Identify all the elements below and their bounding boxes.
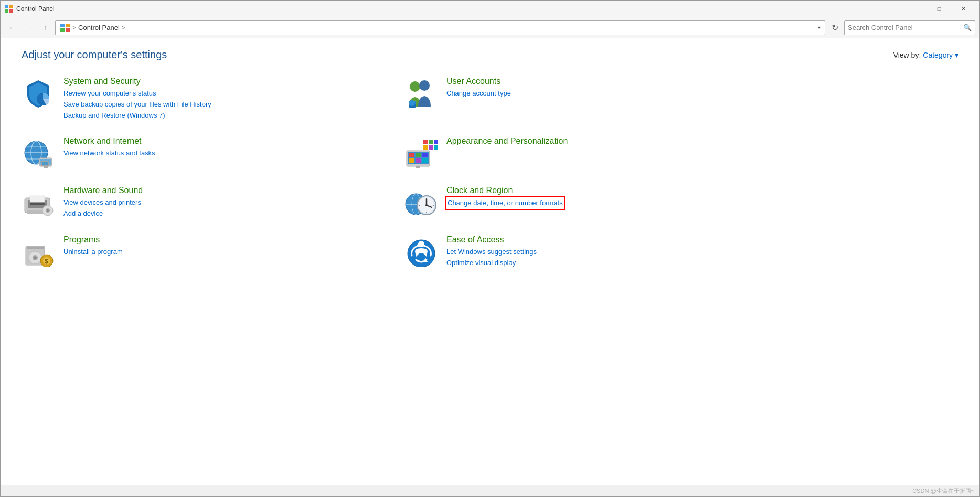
system-security-title[interactable]: System and Security — [63, 77, 373, 86]
address-dropdown-icon[interactable]: ▾ — [818, 25, 821, 30]
category-hardware-sound: Hardware and Sound View devices and prin… — [22, 186, 373, 219]
svg-rect-7 — [66, 28, 70, 32]
window-controls: − □ ✕ — [903, 1, 975, 17]
svg-rect-31 — [423, 140, 428, 144]
svg-rect-1 — [9, 5, 13, 8]
system-security-link-2[interactable]: Save backup copies of your files with Fi… — [63, 99, 373, 110]
appearance-title[interactable]: Appearance and Personalization — [446, 136, 756, 146]
category-programs: $ Programs Uninstall a program — [22, 235, 373, 269]
refresh-button[interactable]: ↻ — [827, 20, 842, 35]
svg-rect-36 — [434, 145, 438, 150]
network-internet-link-1[interactable]: View network status and tasks — [63, 148, 373, 159]
svg-rect-3 — [9, 9, 13, 13]
programs-icon: $ — [22, 235, 55, 269]
svg-point-9 — [410, 81, 420, 92]
main-content: Adjust your computer's settings View by:… — [1, 38, 979, 485]
ease-of-access-link-1[interactable]: Let Windows suggest settings — [446, 247, 756, 258]
system-security-link-3[interactable]: Backup and Restore (Windows 7) — [63, 110, 373, 121]
appearance-icon — [404, 136, 438, 170]
window-title: Control Panel — [16, 5, 903, 13]
system-security-icon — [22, 77, 55, 110]
forward-button[interactable]: → — [22, 20, 36, 35]
svg-text:$: $ — [45, 258, 48, 265]
programs-content: Programs Uninstall a program — [63, 235, 373, 258]
svg-point-61 — [34, 257, 37, 259]
network-internet-title[interactable]: Network and Internet — [63, 136, 373, 146]
programs-title[interactable]: Programs — [63, 235, 373, 245]
ease-of-access-title[interactable]: Ease of Access — [446, 235, 756, 245]
path-icon — [60, 24, 70, 32]
svg-rect-30 — [422, 158, 428, 163]
svg-point-52 — [425, 204, 428, 206]
search-input[interactable] — [848, 24, 963, 31]
category-appearance: Appearance and Personalization — [404, 136, 756, 170]
svg-point-10 — [419, 80, 430, 91]
view-by-label: View by: — [893, 51, 921, 59]
svg-rect-5 — [66, 24, 70, 27]
close-button[interactable]: ✕ — [951, 1, 975, 17]
bottom-bar: CSDN @生命在于折腾~ — [1, 485, 979, 496]
svg-rect-34 — [423, 145, 428, 150]
ease-of-access-link-2[interactable]: Optimize visual display — [446, 258, 756, 269]
appearance-content: Appearance and Personalization — [446, 136, 756, 148]
user-accounts-icon — [404, 77, 438, 110]
hardware-sound-link-2[interactable]: Add a device — [63, 208, 373, 219]
svg-rect-39 — [30, 203, 45, 205]
page-title: Adjust your computer's settings — [22, 49, 167, 61]
search-icon[interactable]: 🔍 — [963, 24, 972, 31]
svg-rect-40 — [30, 196, 45, 202]
svg-rect-27 — [422, 153, 428, 157]
network-internet-content: Network and Internet View network status… — [63, 136, 373, 159]
user-accounts-content: User Accounts Change account type — [446, 77, 756, 99]
path-separator-1: > — [72, 24, 76, 31]
address-bar: ← → ↑ > Control Panel > ▾ ↻ 🔍 — [1, 17, 979, 38]
svg-rect-33 — [434, 140, 438, 144]
hardware-sound-title[interactable]: Hardware and Sound — [63, 186, 373, 195]
svg-rect-21 — [42, 162, 48, 165]
watermark: CSDN @生命在于折腾~ — [912, 487, 974, 495]
svg-rect-2 — [5, 9, 8, 13]
path-separator-2: > — [122, 24, 125, 31]
category-network-internet: Network and Internet View network status… — [22, 136, 373, 170]
ease-of-access-content: Ease of Access Let Windows suggest setti… — [446, 235, 756, 269]
system-security-content: System and Security Review your computer… — [63, 77, 373, 121]
ease-of-access-icon — [404, 235, 438, 269]
svg-rect-25 — [409, 153, 414, 157]
programs-link-1[interactable]: Uninstall a program — [63, 247, 373, 258]
svg-rect-24 — [416, 166, 420, 168]
category-ease-of-access: Ease of Access Let Windows suggest setti… — [404, 235, 756, 269]
hardware-sound-link-1[interactable]: View devices and printers — [63, 197, 373, 208]
page-header: Adjust your computer's settings View by:… — [22, 49, 958, 61]
view-by-dropdown[interactable]: Category ▾ — [923, 51, 958, 59]
clock-region-content: Clock and Region Change date, time, or n… — [446, 186, 756, 209]
hardware-sound-icon — [22, 186, 55, 219]
svg-rect-6 — [60, 28, 65, 32]
category-system-security: System and Security Review your computer… — [22, 77, 373, 121]
user-accounts-title[interactable]: User Accounts — [446, 77, 756, 86]
system-security-link-1[interactable]: Review your computer's status — [63, 88, 373, 99]
svg-rect-32 — [429, 140, 433, 144]
categories-grid: System and Security Review your computer… — [22, 77, 756, 269]
up-button[interactable]: ↑ — [38, 20, 53, 35]
svg-rect-4 — [60, 24, 65, 27]
address-path[interactable]: > Control Panel > ▾ — [55, 20, 825, 35]
svg-rect-58 — [27, 247, 44, 249]
clock-region-icon — [404, 186, 438, 219]
svg-point-44 — [47, 209, 49, 212]
minimize-button[interactable]: − — [903, 1, 927, 17]
maximize-button[interactable]: □ — [927, 1, 951, 17]
svg-rect-26 — [416, 153, 421, 157]
view-by-section: View by: Category ▾ — [893, 51, 958, 59]
search-box[interactable]: 🔍 — [844, 20, 975, 35]
svg-rect-29 — [416, 158, 421, 163]
category-user-accounts: User Accounts Change account type — [404, 77, 756, 121]
svg-rect-28 — [409, 158, 414, 163]
clock-region-title[interactable]: Clock and Region — [446, 186, 756, 195]
back-button[interactable]: ← — [5, 20, 19, 35]
clock-region-link-1[interactable]: Change date, time, or number formats — [446, 197, 564, 209]
category-clock-region: Clock and Region Change date, time, or n… — [404, 186, 756, 219]
svg-rect-0 — [5, 5, 8, 8]
window-icon — [5, 5, 13, 13]
title-bar: Control Panel − □ ✕ — [1, 1, 979, 17]
user-accounts-link-1[interactable]: Change account type — [446, 88, 756, 99]
